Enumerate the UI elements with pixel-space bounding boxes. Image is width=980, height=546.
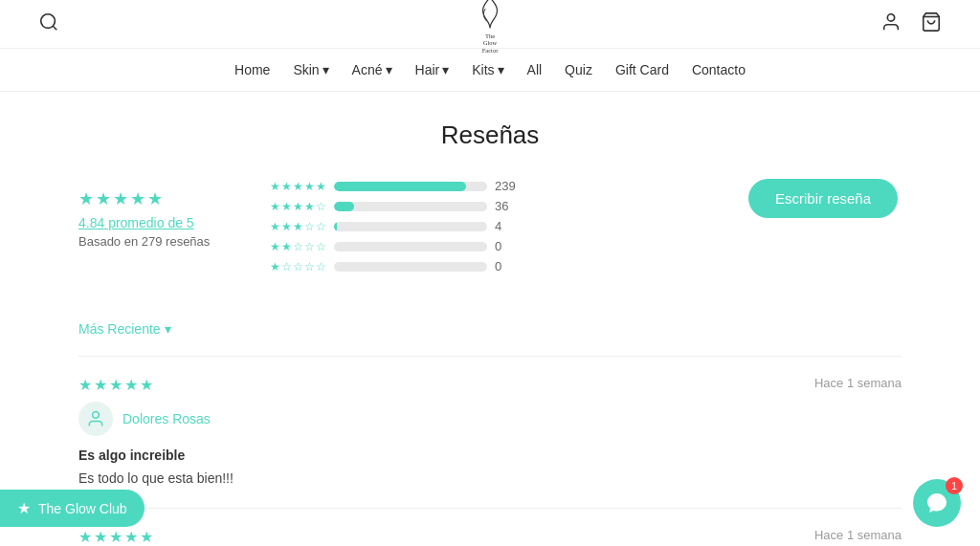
star-2: ★ xyxy=(96,188,111,209)
review-stars: ★★★★★ xyxy=(78,528,215,546)
rating-bars: ★★★★★239★★★★☆36★★★☆☆4★★☆☆☆0★☆☆☆☆0 xyxy=(270,179,710,273)
bar-star: ★ xyxy=(281,200,292,213)
bar-star: ★ xyxy=(270,240,280,253)
bar-star: ☆ xyxy=(316,240,326,253)
review-star: ★ xyxy=(78,376,92,394)
chevron-down-icon: ▾ xyxy=(386,62,392,77)
nav-item-giftcard[interactable]: Gift Card xyxy=(615,62,669,77)
bar-row: ★★★☆☆4 xyxy=(270,219,710,233)
avg-link[interactable]: 4.84 promedio de 5 xyxy=(78,215,194,230)
bar-star: ☆ xyxy=(304,260,315,273)
bar-star: ★ xyxy=(293,220,303,233)
bar-background xyxy=(334,182,487,191)
nav-item-kits[interactable]: Kits ▾ xyxy=(472,62,503,77)
review-star: ★ xyxy=(109,376,122,394)
chevron-down-icon: ▾ xyxy=(165,321,171,337)
reviewer-name[interactable]: Dolores Rosas xyxy=(122,411,211,426)
review-header: ★★★★★ Dolores Rosas Hace 1 semana xyxy=(78,376,902,436)
svg-line-1 xyxy=(53,26,56,30)
header-right xyxy=(880,11,942,36)
svg-text:Glow: Glow xyxy=(483,39,498,46)
review-body: Es todo lo que esta bien!!! xyxy=(78,469,902,489)
review-star: ★ xyxy=(94,376,107,394)
bar-star: ★ xyxy=(270,260,280,273)
bar-star: ★ xyxy=(281,220,292,233)
bar-background xyxy=(334,262,487,272)
bar-star: ★ xyxy=(316,180,326,193)
bar-star: ☆ xyxy=(304,240,315,253)
bar-star: ★ xyxy=(270,220,280,233)
cart-icon[interactable] xyxy=(921,11,942,36)
reviewer-info: Dolores Rosas xyxy=(78,402,211,436)
bar-background xyxy=(334,222,487,231)
star-5: ★ xyxy=(147,188,163,209)
bar-star: ★ xyxy=(281,180,292,193)
bar-count: 4 xyxy=(495,219,514,233)
page-title: Reseñas xyxy=(78,120,902,150)
nav-item-quiz[interactable]: Quiz xyxy=(565,62,592,77)
review-header: ★★★★★ Jimena Carchio Hace 1 semana xyxy=(78,528,902,546)
search-icon[interactable] xyxy=(38,11,59,36)
avg-score-section: ★ ★ ★ ★ ★ 4.84 promedio de 5 Basado en 2… xyxy=(78,179,232,249)
bar-star: ★ xyxy=(293,180,303,193)
nav-item-contacto[interactable]: Contacto xyxy=(692,62,746,77)
header-left xyxy=(38,11,59,36)
bar-count: 0 xyxy=(495,259,514,273)
glow-club-button[interactable]: ★ The Glow Club xyxy=(0,490,145,527)
bar-background xyxy=(334,242,487,251)
bar-star: ☆ xyxy=(316,200,326,213)
review-star: ★ xyxy=(140,376,153,394)
bar-stars: ★☆☆☆☆ xyxy=(270,260,326,273)
bar-stars: ★★★☆☆ xyxy=(270,220,326,233)
nav-item-skin[interactable]: Skin ▾ xyxy=(293,62,328,77)
write-review-button[interactable]: Escribir reseña xyxy=(748,179,898,218)
review-meta: ★★★★★ Dolores Rosas xyxy=(78,376,211,436)
bar-fill xyxy=(334,222,337,231)
star-4: ★ xyxy=(130,188,145,209)
review-card: ★★★★★ Dolores Rosas Hace 1 semana Es alg… xyxy=(78,356,902,508)
bar-stars: ★★★★☆ xyxy=(270,200,326,213)
bar-row: ★★★★☆36 xyxy=(270,199,710,213)
nav-item-hair[interactable]: Hair ▾ xyxy=(415,62,450,77)
bar-stars: ★★☆☆☆ xyxy=(270,240,326,253)
bar-fill xyxy=(334,182,466,191)
review-star: ★ xyxy=(109,528,122,546)
header: The Glow Factor xyxy=(0,0,980,49)
bar-star: ☆ xyxy=(316,260,326,273)
filter-row: Más Reciente ▾ xyxy=(78,321,902,337)
bar-star: ☆ xyxy=(316,220,326,233)
review-card: ★★★★★ Jimena Carchio Hace 1 semana La me… xyxy=(78,508,902,546)
logo[interactable]: The Glow Factor xyxy=(466,0,514,55)
nav-item-home[interactable]: Home xyxy=(234,62,270,77)
bar-star: ☆ xyxy=(304,220,315,233)
review-star: ★ xyxy=(78,528,92,546)
review-title: Es algo increible xyxy=(78,448,902,463)
write-review-section: Escribir reseña xyxy=(748,179,902,218)
bar-star: ★ xyxy=(304,200,315,213)
star-icon: ★ xyxy=(17,499,31,517)
bar-count: 0 xyxy=(495,239,514,253)
nav-item-all[interactable]: All xyxy=(527,62,543,77)
svg-point-7 xyxy=(93,412,100,419)
account-icon[interactable] xyxy=(880,11,902,36)
reviews-list: ★★★★★ Dolores Rosas Hace 1 semana Es alg… xyxy=(78,356,902,546)
chevron-down-icon: ▾ xyxy=(498,62,504,77)
main-nav: Home Skin ▾ Acné ▾ Hair ▾ Kits ▾ All Qui… xyxy=(0,49,980,92)
star-1: ★ xyxy=(78,188,94,209)
sort-filter[interactable]: Más Reciente ▾ xyxy=(78,321,171,337)
review-time: Hace 1 semana xyxy=(814,528,902,542)
nav-item-acne[interactable]: Acné ▾ xyxy=(352,62,392,77)
svg-text:The: The xyxy=(485,33,495,39)
bar-star: ★ xyxy=(293,200,303,213)
main-content: Reseñas ★ ★ ★ ★ ★ 4.84 promedio de 5 Bas… xyxy=(59,92,921,546)
bar-star: ☆ xyxy=(293,240,303,253)
chat-button[interactable]: 1 xyxy=(913,479,961,527)
bar-star: ★ xyxy=(270,180,280,193)
chevron-down-icon: ▾ xyxy=(442,62,449,77)
reviews-summary: ★ ★ ★ ★ ★ 4.84 promedio de 5 Basado en 2… xyxy=(78,179,902,293)
avg-based: Basado en 279 reseñas xyxy=(78,234,210,249)
bar-count: 239 xyxy=(495,179,516,193)
bar-fill xyxy=(334,202,354,211)
chat-badge: 1 xyxy=(946,477,963,494)
bar-row: ★★★★★239 xyxy=(270,179,710,193)
